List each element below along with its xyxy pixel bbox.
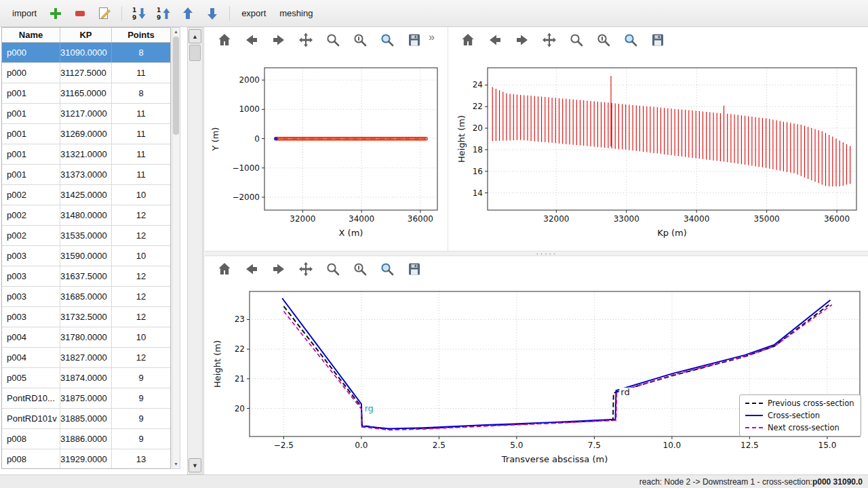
cell-name[interactable]: p001 — [2, 104, 60, 123]
save-button[interactable] — [404, 259, 425, 279]
longitudinal-profile-chart[interactable]: 3200033000340003500036000141618202224Kp … — [448, 53, 868, 251]
cell-name[interactable]: p002 — [2, 185, 60, 205]
panel-scrollbar-thumb[interactable] — [189, 45, 201, 61]
cell-kp[interactable]: 31165.0000 — [60, 83, 112, 103]
column-header-kp[interactable]: KP — [60, 28, 112, 42]
customize-button[interactable] — [620, 30, 641, 50]
table-row[interactable]: PontRD101v31885.00009 — [2, 409, 170, 429]
home-button[interactable] — [214, 259, 235, 279]
panel-scroll-up-button[interactable]: ▲ — [189, 29, 201, 43]
cell-points[interactable]: 11 — [112, 104, 170, 123]
cell-name[interactable]: p001 — [2, 124, 60, 144]
cell-points[interactable]: 12 — [112, 205, 170, 225]
edit-cross-section-button[interactable] — [95, 4, 114, 23]
cell-points[interactable]: 8 — [112, 43, 170, 62]
panel-scroll-down-button[interactable]: ▼ — [189, 458, 201, 472]
cell-name[interactable]: p000 — [2, 63, 60, 83]
cell-name[interactable]: p000 — [2, 43, 60, 62]
cell-points[interactable]: 11 — [112, 144, 170, 164]
cell-points[interactable]: 12 — [112, 287, 170, 306]
meshing-menu[interactable]: meshing — [275, 5, 317, 21]
cell-kp[interactable]: 31685.0000 — [60, 287, 112, 306]
cell-name[interactable]: p001 — [2, 83, 60, 103]
forward-button[interactable] — [269, 259, 289, 279]
scroll-up-icon[interactable]: ▲ — [172, 28, 180, 35]
cell-points[interactable]: 8 — [112, 83, 170, 103]
cell-points[interactable]: 10 — [112, 327, 170, 347]
back-button[interactable] — [485, 30, 505, 50]
cell-points[interactable]: 12 — [112, 307, 170, 327]
toolbar-overflow-chevron[interactable]: » — [429, 31, 435, 43]
back-button[interactable] — [241, 30, 262, 50]
cell-points[interactable]: 11 — [112, 165, 170, 184]
cell-kp[interactable]: 31827.0000 — [60, 348, 112, 367]
pan-button[interactable] — [296, 30, 316, 50]
cell-name[interactable]: p002 — [2, 205, 60, 225]
table-scrollbar-thumb[interactable] — [173, 37, 179, 135]
import-menu[interactable]: import — [8, 5, 41, 21]
add-cross-section-button[interactable] — [46, 4, 65, 23]
zoom-button[interactable] — [323, 259, 343, 279]
remove-cross-section-button[interactable] — [71, 4, 90, 23]
cell-kp[interactable]: 31127.5000 — [60, 63, 112, 83]
cross-section-chart[interactable]: −2.50.02.55.07.510.012.515.020212223Tran… — [205, 282, 868, 474]
customize-button[interactable] — [377, 259, 397, 279]
cell-points[interactable]: 13 — [112, 449, 170, 469]
home-button[interactable] — [458, 30, 478, 50]
scroll-down-icon[interactable]: ▼ — [172, 461, 180, 468]
cell-name[interactable]: PontRD10... — [2, 388, 60, 408]
column-header-points[interactable]: Points — [112, 28, 170, 42]
table-row[interactable]: p00031127.500011 — [2, 63, 170, 83]
cell-kp[interactable]: 31875.0000 — [60, 388, 112, 408]
cell-kp[interactable]: 31425.0000 — [60, 185, 112, 205]
cell-name[interactable]: p004 — [2, 348, 60, 367]
cell-kp[interactable]: 31090.0000 — [60, 43, 112, 62]
table-row[interactable]: p00131217.000011 — [2, 104, 170, 124]
sort-descending-button[interactable] — [130, 4, 149, 23]
cell-kp[interactable]: 31217.0000 — [60, 104, 112, 123]
pan-button[interactable] — [296, 259, 316, 279]
back-button[interactable] — [241, 259, 262, 279]
plan-view-chart[interactable]: 320003400036000−2000−1000010002000X (m)Y… — [205, 53, 446, 251]
cell-points[interactable]: 10 — [112, 246, 170, 266]
zoom-button[interactable] — [566, 30, 587, 50]
cell-name[interactable]: p008 — [2, 449, 60, 469]
move-down-button[interactable] — [203, 4, 222, 23]
table-row[interactable]: p00331732.500012 — [2, 307, 170, 327]
cell-points[interactable]: 12 — [112, 266, 170, 286]
cell-name[interactable]: p001 — [2, 165, 60, 184]
table-row[interactable]: p00231480.000012 — [2, 205, 170, 226]
customize-button[interactable] — [377, 30, 397, 50]
table-row[interactable]: PontRD10...31875.00009 — [2, 388, 170, 409]
cell-points[interactable]: 11 — [112, 63, 170, 83]
table-row[interactable]: p00331637.500012 — [2, 266, 170, 287]
cell-name[interactable]: PontRD101v — [2, 409, 60, 428]
cell-kp[interactable]: 31590.0000 — [60, 246, 112, 266]
cell-name[interactable]: p005 — [2, 368, 60, 388]
table-row[interactable]: p00831929.000013 — [2, 449, 170, 469]
cell-points[interactable]: 9 — [112, 368, 170, 388]
cell-name[interactable]: p004 — [2, 327, 60, 347]
cell-kp[interactable]: 31886.0000 — [60, 429, 112, 449]
save-button[interactable] — [648, 30, 668, 50]
cell-points[interactable]: 11 — [112, 124, 170, 144]
cell-kp[interactable]: 31535.0000 — [60, 226, 112, 245]
cell-points[interactable]: 9 — [112, 409, 170, 428]
save-button[interactable] — [404, 30, 425, 50]
home-button[interactable] — [214, 30, 235, 50]
column-header-name[interactable]: Name — [2, 28, 60, 42]
cell-kp[interactable]: 31874.0000 — [60, 368, 112, 388]
cell-points[interactable]: 9 — [112, 388, 170, 408]
subplots-button[interactable] — [350, 259, 370, 279]
table-row[interactable]: p00431780.000010 — [2, 327, 170, 348]
table-row[interactable]: p00331685.000012 — [2, 287, 170, 307]
subplots-button[interactable] — [350, 30, 370, 50]
table-row[interactable]: p00431827.000012 — [2, 348, 170, 368]
cell-kp[interactable]: 31780.0000 — [60, 327, 112, 347]
cell-kp[interactable]: 31732.5000 — [60, 307, 112, 327]
table-row[interactable]: p00231535.000012 — [2, 226, 170, 246]
horizontal-splitter[interactable]: ····· — [205, 251, 868, 256]
table-row[interactable]: p00531874.00009 — [2, 368, 170, 388]
move-up-button[interactable] — [178, 4, 197, 23]
sort-ascending-button[interactable] — [154, 4, 173, 23]
